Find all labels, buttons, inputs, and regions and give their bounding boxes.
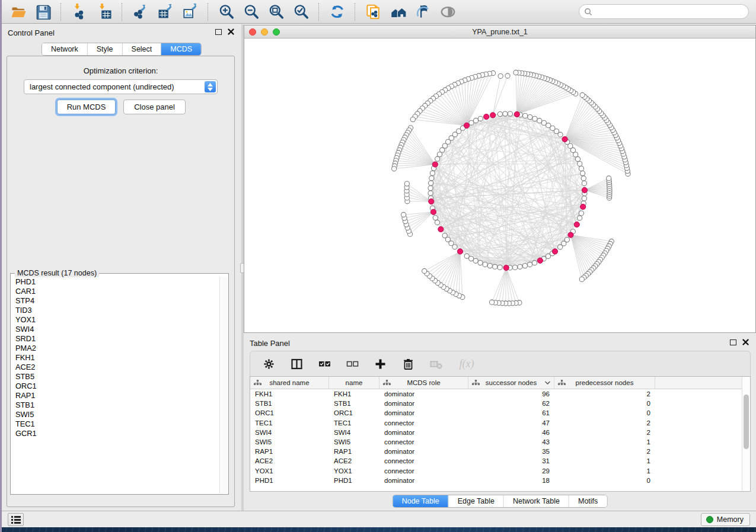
tab-node-table[interactable]: Node Table — [393, 495, 449, 507]
tab-mcds[interactable]: MCDS — [161, 43, 201, 55]
mcds-result-item[interactable]: STP4 — [11, 296, 219, 306]
network-window-titlebar[interactable]: YPA_prune.txt_1 — [244, 25, 755, 39]
tab-network[interactable]: Network — [42, 43, 88, 55]
mcds-result-item[interactable]: FKH1 — [11, 353, 219, 363]
search-box[interactable] — [579, 4, 749, 19]
cell: YOX1 — [250, 467, 329, 475]
task-history-button[interactable] — [8, 513, 24, 526]
table-row[interactable]: SWI5SWI5connector431 — [250, 437, 742, 447]
tab-network-table[interactable]: Network Table — [504, 495, 569, 507]
mcds-result-item[interactable]: PHD1 — [11, 277, 219, 287]
float-panel-icon[interactable] — [215, 29, 222, 35]
delete-column-icon[interactable] — [401, 357, 415, 371]
memory-label: Memory — [717, 515, 744, 524]
zoom-in-icon[interactable] — [216, 2, 235, 21]
table-row[interactable]: SWI4SWI4dominator462 — [250, 428, 742, 437]
tab-edge-table[interactable]: Edge Table — [449, 495, 504, 507]
tab-select[interactable]: Select — [123, 43, 162, 55]
run-mcds-button[interactable]: Run MCDS — [57, 100, 116, 114]
column-settings-icon[interactable] — [261, 357, 276, 371]
cell: SWI5 — [250, 438, 329, 446]
mcds-result-item[interactable]: STB1 — [11, 400, 219, 410]
export-table-icon[interactable] — [155, 2, 174, 21]
cell: YOX1 — [329, 467, 379, 475]
cell: dominator — [379, 477, 468, 484]
cell: STB1 — [329, 400, 379, 407]
mcds-result-item[interactable]: PMA2 — [11, 344, 219, 353]
control-panel: Control Panel NetworkStyleSelectMCDS Opt… — [2, 24, 241, 511]
column-header-MCDS-role[interactable]: MCDS role — [379, 377, 468, 389]
shared-column-icon — [558, 379, 566, 386]
mcds-result-item[interactable]: RAP1 — [11, 391, 219, 400]
table-row[interactable]: ORC1ORC1dominator610 — [250, 408, 742, 418]
cell: connector — [379, 457, 468, 464]
table-row[interactable]: FKH1FKH1dominator962 — [250, 389, 742, 399]
table-row[interactable]: ACE2ACE2connector311 — [250, 456, 742, 466]
cell: PHD1 — [250, 477, 329, 484]
import-table-icon[interactable] — [94, 2, 113, 21]
duplicate-network-icon[interactable] — [363, 2, 382, 21]
search-input[interactable] — [595, 6, 748, 18]
cell: 1 — [554, 438, 655, 446]
table-scrollbar-thumb[interactable] — [744, 395, 749, 449]
add-column-icon[interactable] — [373, 357, 387, 371]
table-scrollbar[interactable] — [742, 377, 750, 491]
open-file-icon[interactable] — [8, 2, 27, 21]
column-header-shared-name[interactable]: shared name — [250, 377, 329, 389]
select-all-checks-icon[interactable] — [317, 357, 331, 371]
column-header-name[interactable]: name — [329, 377, 379, 389]
memory-button[interactable]: Memory — [701, 513, 750, 526]
tab-style[interactable]: Style — [88, 43, 123, 55]
tab-motifs[interactable]: Motifs — [569, 495, 607, 507]
clear-checks-icon[interactable] — [345, 357, 359, 371]
mcds-result-list[interactable]: PHD1CAR1STP4TID3YOX1SWI4SRD1PMA2FKH1ACE2… — [11, 277, 219, 493]
mcds-list-scrollbar[interactable] — [219, 277, 228, 493]
table-row[interactable]: STB1STB1dominator620 — [250, 399, 742, 408]
import-network-icon[interactable] — [69, 2, 88, 21]
mcds-result-item[interactable]: TEC1 — [11, 419, 219, 429]
mcds-result-item[interactable]: YOX1 — [11, 315, 219, 325]
zoom-selected-icon[interactable] — [291, 2, 310, 21]
mcds-result-item[interactable]: SWI4 — [11, 325, 219, 334]
export-network-icon[interactable] — [130, 2, 149, 21]
table-row[interactable]: RAP1RAP1dominator352 — [250, 447, 742, 456]
mcds-tab-content: Optimization criterion: largest connecte… — [7, 56, 235, 507]
mcds-result-item[interactable]: ACE2 — [11, 363, 219, 372]
close-panel-icon[interactable] — [228, 28, 234, 35]
export-image-icon[interactable] — [180, 2, 199, 21]
column-header-predecessor-nodes[interactable]: predecessor nodes — [554, 377, 655, 389]
refresh-view-icon[interactable] — [327, 2, 346, 21]
mcds-result-item[interactable]: TID3 — [11, 306, 219, 315]
toggle-graphics-icon[interactable] — [438, 2, 457, 21]
table-row[interactable]: YOX1YOX1connector291 — [250, 466, 742, 476]
float-table-panel-icon[interactable] — [730, 339, 736, 345]
mcds-result-item[interactable]: STB5 — [11, 372, 219, 382]
mcds-result-item[interactable]: CAR1 — [11, 287, 219, 296]
save-session-icon[interactable] — [33, 2, 52, 21]
close-panel-button[interactable]: Close panel — [123, 100, 186, 114]
zoom-out-icon[interactable] — [241, 2, 260, 21]
network-window-title: YPA_prune.txt_1 — [244, 28, 755, 36]
cell: 29 — [468, 467, 554, 475]
column-header-successor-nodes[interactable]: successor nodes — [468, 377, 554, 389]
cell: SWI4 — [329, 429, 379, 436]
mcds-result-item[interactable]: GCR1 — [11, 429, 219, 438]
zoom-fit-icon[interactable] — [266, 2, 285, 21]
mcds-result-item[interactable]: ORC1 — [11, 382, 219, 391]
network-view-window: YPA_prune.txt_1 — [244, 25, 756, 333]
mcds-result-item[interactable]: SRD1 — [11, 334, 219, 344]
network-graph[interactable] — [244, 39, 755, 333]
mcds-result-item[interactable]: SWI5 — [11, 410, 219, 419]
network-canvas[interactable] — [244, 39, 755, 332]
table-row[interactable]: TEC1TEC1connector472 — [250, 418, 742, 428]
shared-column-icon — [383, 379, 391, 386]
table-row[interactable]: PHD1PHD1dominator180 — [250, 476, 742, 485]
cell: 1 — [554, 457, 655, 464]
home-icon[interactable] — [388, 2, 407, 21]
close-table-panel-icon[interactable] — [742, 339, 749, 345]
criterion-select[interactable]: largest connected component (undirected) — [24, 79, 218, 94]
toggle-annotations-icon[interactable] — [413, 2, 432, 21]
cell: TEC1 — [329, 419, 379, 427]
split-columns-icon[interactable] — [289, 357, 304, 371]
cell: 0 — [554, 477, 655, 484]
